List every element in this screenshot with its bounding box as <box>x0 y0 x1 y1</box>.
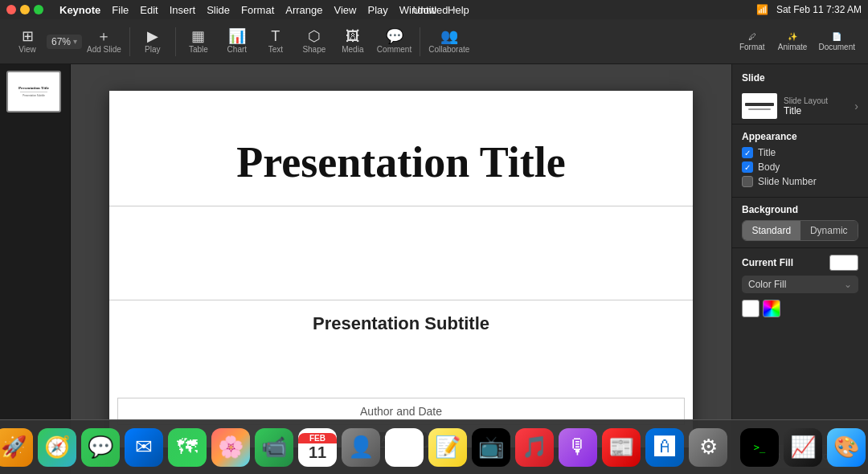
zoom-value: 67% <box>51 36 71 47</box>
canvas-area[interactable]: Presentation Title Presentation Subtitle… <box>71 64 731 474</box>
media-icon: 🖼 <box>346 29 360 43</box>
slide-thumbnail-1[interactable]: Presentation Title Presentation Subtitle <box>6 71 61 112</box>
background-dynamic-button[interactable]: Dynamic <box>800 221 858 240</box>
color-wheel-button[interactable] <box>763 300 780 317</box>
slide-subtitle-area[interactable]: Presentation Subtitle <box>109 300 693 334</box>
dock-mail[interactable]: ✉ <box>125 428 163 467</box>
slide-layout-info: Slide Layout Title <box>784 96 854 116</box>
text-icon: T <box>271 29 280 43</box>
comment-button[interactable]: 💬 Comment <box>372 19 416 63</box>
menu-play[interactable]: Play <box>367 4 387 16</box>
play-button[interactable]: ▶ Play <box>133 19 172 63</box>
dock-facetime[interactable]: 📹 <box>255 428 293 467</box>
chart-button[interactable]: 📊 Chart <box>218 19 256 63</box>
dock-settings[interactable]: ⚙ <box>689 428 727 467</box>
slide-layout-label: Slide Layout <box>784 96 854 105</box>
menu-insert[interactable]: Insert <box>170 4 196 16</box>
background-section: Background Standard Dynamic <box>732 198 868 248</box>
animate-icon: ✨ <box>788 32 797 41</box>
dock-music[interactable]: 🎵 <box>515 428 554 467</box>
fill-type-select[interactable]: Color Fill ⌄ <box>742 276 858 293</box>
panel-section-title: Slide <box>732 64 868 88</box>
dock-colorsync[interactable]: 🎨 <box>827 428 866 467</box>
dock-terminal[interactable]: >_ <box>740 428 779 467</box>
color-picker-row <box>742 300 858 317</box>
fill-type-chevron-icon: ⌄ <box>844 279 852 290</box>
format-icon: 🖊 <box>748 32 756 41</box>
document-tab-button[interactable]: 📄 Document <box>813 32 860 51</box>
shape-button[interactable]: ⬡ Shape <box>295 19 334 63</box>
toolbar: ⊞ View 67% ▾ ＋ Add Slide ▶ Play ▦ Table … <box>0 19 868 64</box>
dock-notes[interactable]: 📝 <box>428 428 467 467</box>
fullscreen-button[interactable] <box>34 5 43 14</box>
zoom-control[interactable]: 67% ▾ <box>47 35 82 49</box>
background-title: Background <box>742 204 858 215</box>
table-button[interactable]: ▦ Table <box>179 19 218 63</box>
document-icon: 📄 <box>832 32 841 41</box>
color-white-swatch[interactable] <box>742 300 760 317</box>
slide-layout-chevron-icon[interactable]: › <box>854 100 858 112</box>
dock-activity-monitor[interactable]: 📈 <box>784 428 822 467</box>
view-button[interactable]: ⊞ View <box>8 19 47 63</box>
safari-icon: 🧭 <box>44 435 70 460</box>
collaborate-button[interactable]: 👥 Collaborate <box>424 19 474 63</box>
slide-subtitle[interactable]: Presentation Subtitle <box>109 313 693 334</box>
slide-title-area[interactable]: Presentation Title <box>109 139 693 206</box>
menu-edit[interactable]: Edit <box>140 4 158 16</box>
background-standard-button[interactable]: Standard <box>743 221 800 240</box>
contacts-icon: 👤 <box>348 435 374 460</box>
dock-appletv[interactable]: 📺 <box>472 428 510 467</box>
main-layout: Presentation Title Presentation Subtitle… <box>0 64 868 474</box>
layout-title-line <box>745 103 774 106</box>
menu-format[interactable]: Format <box>241 4 274 16</box>
dock-safari[interactable]: 🧭 <box>38 428 76 467</box>
dock-calendar[interactable]: FEB 11 <box>298 428 337 467</box>
menu-arrange[interactable]: Arrange <box>285 4 322 16</box>
menu-view[interactable]: View <box>334 4 357 16</box>
fill-section: Current Fill Color Fill ⌄ <box>732 248 868 324</box>
checkbox-slidenum-row: Slide Number <box>742 176 858 187</box>
add-slide-button[interactable]: ＋ Add Slide <box>82 19 126 63</box>
dock-messages[interactable]: 💬 <box>81 428 120 467</box>
window-title: Untitled ▾ <box>412 4 455 16</box>
menu-file[interactable]: File <box>112 4 129 16</box>
dock-contacts[interactable]: 👤 <box>342 428 380 467</box>
media-label: Media <box>342 45 363 54</box>
text-button[interactable]: T Text <box>256 19 295 63</box>
fill-label: Current Fill <box>742 257 793 268</box>
dock-reminders[interactable]: ☑ <box>385 428 424 467</box>
dock-news[interactable]: 📰 <box>602 428 641 467</box>
slide-title[interactable]: Presentation Title <box>109 139 693 186</box>
appearance-title: Appearance <box>742 131 858 142</box>
mail-icon: ✉ <box>135 435 153 460</box>
minimize-button[interactable] <box>20 5 30 14</box>
slide-footer-text: Author and Date <box>360 405 442 418</box>
slide-number-checkbox[interactable] <box>742 176 753 187</box>
slide-canvas[interactable]: Presentation Title Presentation Subtitle… <box>109 91 693 447</box>
messages-icon: 💬 <box>88 435 113 460</box>
podcasts-icon: 🎙 <box>567 435 588 460</box>
media-button[interactable]: 🖼 Media <box>334 19 372 63</box>
add-slide-label: Add Slide <box>87 45 121 54</box>
menu-slide[interactable]: Slide <box>207 4 230 16</box>
format-tab-button[interactable]: 🖊 Format <box>733 32 772 51</box>
body-checkbox[interactable]: ✓ <box>742 161 753 173</box>
dock-photos[interactable]: 🌸 <box>211 428 250 467</box>
animate-tab-button[interactable]: ✨ Animate <box>773 32 813 51</box>
dock-launchpad[interactable]: 🚀 <box>0 428 33 467</box>
comment-label: Comment <box>377 45 411 54</box>
slide-layout-row[interactable]: Slide Layout Title › <box>732 88 868 125</box>
app-name: Keynote <box>59 4 100 16</box>
shape-icon: ⬡ <box>308 29 321 43</box>
dock-podcasts[interactable]: 🎙 <box>559 428 597 467</box>
toolbar-separator-2 <box>175 27 176 56</box>
close-button[interactable] <box>6 5 16 14</box>
dock-maps[interactable]: 🗺 <box>168 428 207 467</box>
title-checkbox[interactable]: ✓ <box>742 147 753 158</box>
dock-appstore[interactable]: 🅰 <box>645 428 684 467</box>
fill-swatch[interactable] <box>829 255 858 271</box>
table-icon: ▦ <box>191 29 205 43</box>
calendar-day: 11 <box>309 443 326 462</box>
menubar-right: 📶 Sat Feb 11 7:32 AM <box>756 4 862 15</box>
collaborate-icon: 👥 <box>440 29 458 43</box>
